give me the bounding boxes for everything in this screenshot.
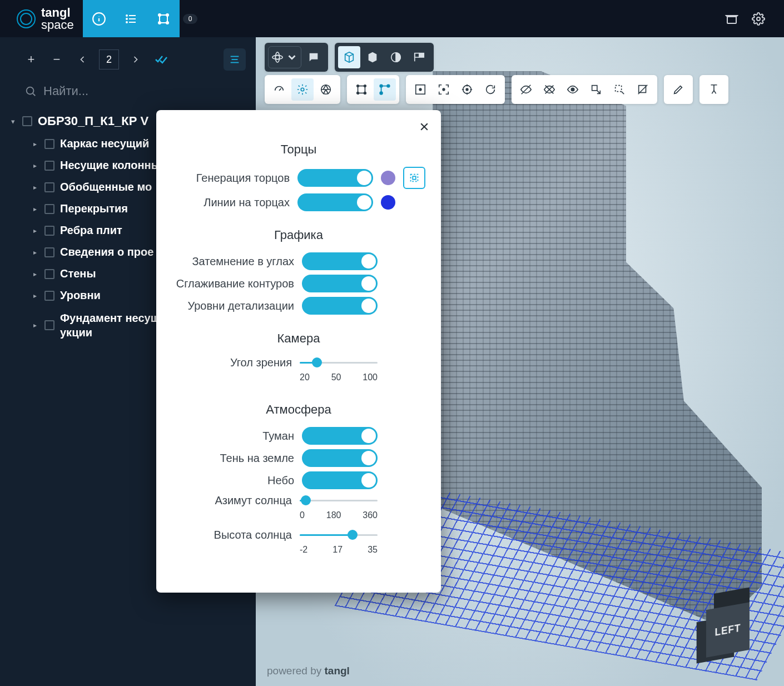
checkbox[interactable]: [44, 161, 54, 171]
expand-icon[interactable]: ▸: [31, 205, 39, 213]
tree-item-label: Обобщенные мо: [60, 181, 152, 193]
lod-toggle[interactable]: [302, 297, 378, 315]
page-number[interactable]: 2: [99, 49, 119, 69]
fit-sel-button[interactable]: [433, 78, 455, 101]
target-button[interactable]: [456, 78, 478, 101]
checkbox[interactable]: [44, 204, 54, 214]
section-title-ends: Торцы: [172, 142, 425, 157]
select-in-button[interactable]: [585, 78, 607, 101]
section-box-button[interactable]: [350, 78, 373, 101]
collapse-icon[interactable]: ▾: [9, 117, 17, 126]
expand-icon[interactable]: ▸: [31, 140, 39, 148]
edit-button[interactable]: [667, 78, 689, 101]
fov-slider[interactable]: [300, 356, 378, 369]
svg-point-43: [466, 88, 468, 91]
show-button[interactable]: [562, 78, 584, 101]
sun-az-slider[interactable]: [300, 494, 378, 507]
list-tool[interactable]: [115, 0, 147, 37]
settings-gear-button[interactable]: [291, 78, 314, 101]
checkbox[interactable]: [44, 226, 54, 236]
fog-label: Туман: [262, 430, 294, 443]
remove-button[interactable]: −: [48, 51, 66, 68]
svg-point-35: [364, 92, 366, 95]
checkbox[interactable]: [44, 182, 54, 192]
end-lines-color[interactable]: [381, 195, 395, 210]
lod-label: Уровни детализации: [187, 300, 294, 312]
expand-icon[interactable]: ▸: [31, 183, 39, 191]
brand-top: tangl: [41, 7, 74, 19]
checkbox[interactable]: [22, 116, 32, 126]
svg-point-29: [301, 88, 304, 91]
svg-rect-25: [415, 53, 419, 57]
prev-button[interactable]: [73, 51, 91, 68]
expand-icon[interactable]: ▸: [31, 292, 39, 300]
contour-smooth-toggle[interactable]: [302, 275, 378, 292]
svg-line-28: [279, 88, 281, 91]
orbit-mode-combo[interactable]: [268, 46, 301, 68]
end-lines-label: Линии на торцах: [204, 196, 290, 209]
svg-rect-50: [639, 86, 646, 93]
add-button[interactable]: +: [22, 51, 40, 68]
sky-label: Небо: [267, 474, 294, 487]
view-wireframe-button[interactable]: [338, 46, 360, 68]
next-button[interactable]: [127, 51, 145, 68]
gen-ends-label: Генерация торцов: [196, 172, 290, 185]
view-flag-button[interactable]: [408, 46, 430, 68]
svg-rect-56: [413, 176, 416, 180]
edges-button[interactable]: [374, 78, 396, 101]
expand-icon[interactable]: ▸: [31, 321, 39, 329]
expand-icon[interactable]: ▸: [31, 270, 39, 278]
tree-item-label: Несущие колонны: [60, 159, 161, 172]
no-select-button[interactable]: [632, 78, 654, 101]
comment-button[interactable]: [302, 46, 325, 68]
checkbox[interactable]: [44, 247, 54, 257]
end-lines-toggle[interactable]: [297, 193, 373, 211]
gen-ends-toggle[interactable]: [297, 169, 373, 187]
checkall-button[interactable]: [152, 51, 170, 68]
search-input[interactable]: [43, 84, 245, 98]
section-title-camera: Камера: [172, 331, 425, 346]
crop-tool[interactable]: [147, 0, 180, 37]
checkbox[interactable]: [44, 269, 54, 279]
expand-icon[interactable]: ▸: [31, 227, 39, 235]
aperture-button[interactable]: [315, 78, 337, 101]
info-tool[interactable]: [83, 0, 115, 37]
view-contrast-button[interactable]: [385, 46, 407, 68]
svg-point-13: [166, 22, 168, 24]
checkbox[interactable]: [44, 320, 54, 330]
expand-icon[interactable]: ▸: [31, 162, 39, 170]
view-solid-button[interactable]: [361, 46, 384, 68]
anchor-button[interactable]: [703, 78, 725, 101]
checkbox[interactable]: [44, 291, 54, 301]
sun-alt-ticks: -2 17 35: [300, 545, 378, 555]
checkbox[interactable]: [44, 139, 54, 149]
refresh-button[interactable]: [479, 78, 502, 101]
archive-icon[interactable]: [724, 11, 740, 27]
search[interactable]: [0, 76, 256, 106]
fit-button[interactable]: [409, 78, 431, 101]
settings-icon[interactable]: [751, 11, 766, 27]
fog-toggle[interactable]: [302, 427, 378, 445]
gen-ends-color[interactable]: [381, 171, 395, 185]
hide-button[interactable]: [515, 78, 537, 101]
select-out-button[interactable]: [608, 78, 631, 101]
ground-shadow-toggle[interactable]: [302, 449, 378, 467]
sky-toggle[interactable]: [302, 471, 378, 489]
svg-point-21: [275, 55, 279, 59]
badge: 0: [183, 14, 198, 24]
speed-button[interactable]: [268, 78, 290, 101]
align-button[interactable]: [224, 48, 246, 71]
powered-by: powered by tangl: [267, 665, 350, 677]
svg-point-40: [419, 88, 421, 91]
expand-icon[interactable]: ▸: [31, 248, 39, 256]
navcube[interactable]: LEFT: [695, 597, 761, 663]
corner-shade-toggle[interactable]: [302, 252, 378, 270]
navcube-left-face[interactable]: LEFT: [706, 602, 750, 658]
hide-others-button[interactable]: [538, 78, 560, 101]
logo[interactable]: tangl space: [0, 0, 83, 37]
close-icon: [419, 121, 430, 132]
sun-alt-slider[interactable]: [300, 528, 378, 541]
select-box-button[interactable]: [403, 167, 425, 189]
close-button[interactable]: [419, 120, 430, 136]
contour-smooth-label: Сглаживание контуров: [176, 277, 294, 290]
